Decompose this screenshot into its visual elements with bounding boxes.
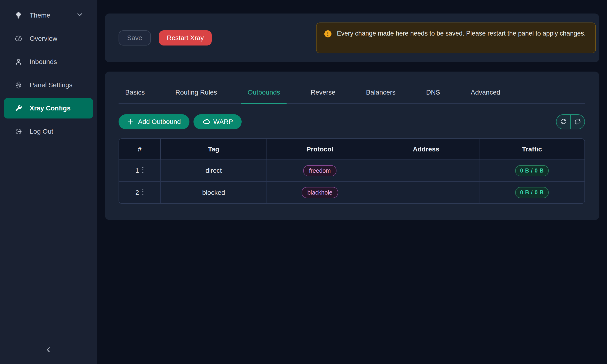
tab-advanced[interactable]: Advanced: [464, 88, 507, 97]
traffic-badge: 0 B / 0 B: [515, 165, 549, 176]
tab-outbounds[interactable]: Outbounds: [241, 88, 287, 97]
sidebar-collapse-button[interactable]: [41, 343, 56, 358]
alert-message: Every change made here needs to be saved…: [337, 29, 586, 38]
warp-label: WARP: [213, 118, 233, 126]
xray-config-card: Basics Routing Rules Outbounds Reverse B…: [105, 72, 599, 220]
restart-warning-alert: Every change made here needs to be saved…: [316, 23, 596, 53]
sidebar-item-xray-configs[interactable]: Xray Configs: [4, 98, 93, 118]
column-header-tag: Tag: [160, 139, 267, 160]
traffic-badge: 0 B / 0 B: [515, 187, 549, 198]
table-header-row: # Tag Protocol Address Traffic: [119, 139, 584, 160]
theme-label: Theme: [30, 12, 50, 19]
save-button[interactable]: Save: [119, 30, 151, 46]
sidebar-item-label: Panel Settings: [30, 81, 73, 89]
restart-xray-button[interactable]: Restart Xray: [159, 30, 212, 46]
app-root: Theme Overview: [0, 0, 607, 364]
gauge-icon: [14, 35, 23, 43]
table-row: 2 blocked blackhole: [119, 182, 584, 203]
warp-button[interactable]: WARP: [194, 114, 242, 130]
reload-button[interactable]: [571, 115, 584, 129]
tab-basics[interactable]: Basics: [119, 88, 151, 97]
row-menu-icon[interactable]: [142, 166, 144, 175]
sidebar-item-log-out[interactable]: Log Out: [4, 121, 93, 142]
sidebar-item-label: Log Out: [30, 128, 53, 135]
column-header-index: #: [119, 139, 160, 160]
table-row: 1 direct freedom: [119, 160, 584, 182]
config-tabs: Basics Routing Rules Outbounds Reverse B…: [119, 88, 585, 104]
logout-icon: [14, 128, 23, 136]
outbounds-toolbar: Add Outbound WARP: [119, 114, 585, 130]
sidebar-item-label: Inbounds: [30, 58, 57, 66]
outbounds-table: # Tag Protocol Address Traffic 1: [119, 138, 585, 204]
add-outbound-button[interactable]: Add Outbound: [119, 114, 189, 130]
lightbulb-icon: [14, 11, 23, 19]
add-outbound-label: Add Outbound: [138, 118, 181, 126]
theme-selector[interactable]: Theme: [4, 5, 93, 26]
column-header-traffic: Traffic: [479, 139, 584, 160]
sidebar-item-panel-settings[interactable]: Panel Settings: [4, 75, 93, 95]
row-menu-icon[interactable]: [142, 188, 144, 197]
plus-icon: [127, 118, 134, 125]
cloud-icon: [202, 118, 210, 126]
warning-icon: [324, 30, 332, 39]
sidebar-item-label: Overview: [30, 35, 57, 42]
user-icon: [14, 58, 23, 66]
gear-icon: [14, 81, 23, 89]
row-index: 2: [135, 189, 139, 196]
sidebar: Theme Overview: [0, 0, 97, 364]
sidebar-item-inbounds[interactable]: Inbounds: [4, 52, 93, 72]
actions-card: Save Restart Xray Every change made here…: [105, 13, 599, 62]
column-header-protocol: Protocol: [267, 139, 373, 160]
protocol-badge: blackhole: [302, 187, 338, 198]
main-content: Save Restart Xray Every change made here…: [97, 0, 607, 364]
outbounds-toolbar-left: Add Outbound WARP: [119, 114, 242, 130]
tab-routing-rules[interactable]: Routing Rules: [169, 88, 224, 97]
row-address: [373, 182, 479, 203]
refresh-button[interactable]: [556, 115, 571, 129]
row-tag: blocked: [160, 182, 267, 203]
row-address: [373, 160, 479, 182]
row-index: 1: [135, 167, 139, 174]
chevron-left-icon: [44, 345, 53, 355]
wrench-icon: [14, 104, 23, 112]
protocol-badge: freedom: [303, 165, 336, 176]
tab-balancers[interactable]: Balancers: [359, 88, 402, 97]
sidebar-item-label: Xray Configs: [30, 104, 71, 112]
tab-reverse[interactable]: Reverse: [304, 88, 342, 97]
save-restart-group: Save Restart Xray: [119, 30, 212, 46]
chevron-down-icon[interactable]: [76, 11, 83, 20]
refresh-button-group: [556, 114, 585, 130]
refresh-icon: [560, 118, 567, 126]
column-header-address: Address: [373, 139, 479, 160]
row-tag: direct: [160, 160, 267, 182]
tab-dns[interactable]: DNS: [420, 88, 447, 97]
repeat-icon: [575, 118, 581, 126]
sidebar-item-overview[interactable]: Overview: [4, 28, 93, 49]
